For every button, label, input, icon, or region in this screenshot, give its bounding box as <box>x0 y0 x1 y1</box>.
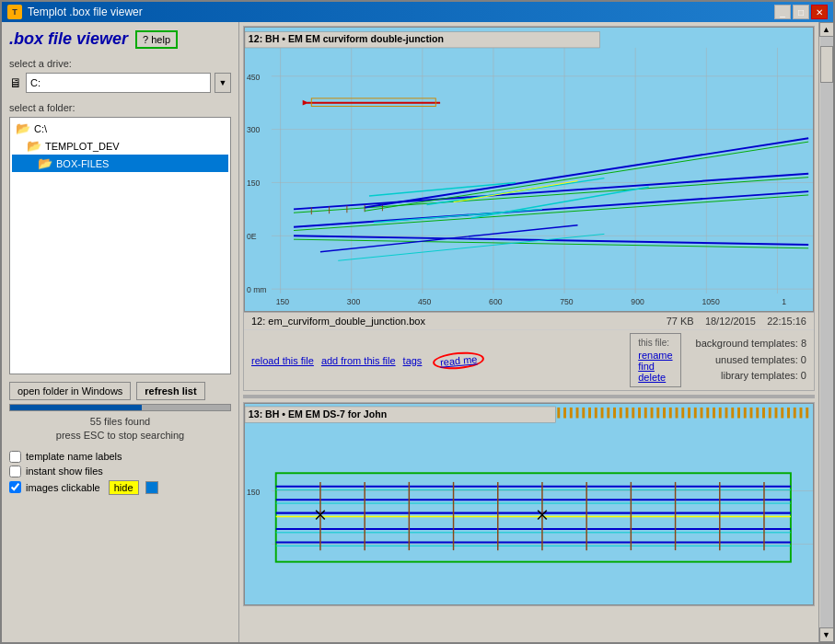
help-button[interactable]: ? help <box>135 30 178 49</box>
drive-icon: 🖥 <box>9 75 22 90</box>
svg-rect-91 <box>775 408 778 419</box>
file-actions-1: reload this file add from this file tags… <box>244 329 814 390</box>
svg-rect-74 <box>669 408 672 419</box>
bottom-buttons: open folder in Windows refresh list <box>9 382 231 400</box>
svg-rect-61 <box>588 408 591 419</box>
file-diagram-2[interactable]: 13: BH • EM EM DS-7 for John <box>244 403 814 605</box>
svg-text:600: 600 <box>489 298 503 307</box>
svg-rect-69 <box>638 408 641 419</box>
refresh-list-button[interactable]: refresh list <box>136 382 204 400</box>
checkbox-row-3: images clickable hide <box>9 480 231 495</box>
svg-rect-52 <box>245 407 813 602</box>
instant-show-label: instant show files <box>26 466 103 477</box>
folder-item-templot[interactable]: 📂 TEMPLOT_DEV <box>12 137 228 155</box>
scrollbar[interactable]: ▲ ▼ <box>818 22 833 642</box>
svg-text:12: BH • EM  EM curviform doub: 12: BH • EM EM curviform double-junction <box>249 33 444 44</box>
folder-item-c[interactable]: 📂 C:\ <box>12 120 228 137</box>
folder-item-boxfiles[interactable]: 📂 BOX-FILES <box>12 155 228 172</box>
app-icon: T <box>7 5 22 19</box>
folder-name-templot: TEMPLOT_DEV <box>45 141 120 152</box>
svg-rect-78 <box>694 408 697 419</box>
svg-rect-71 <box>651 408 654 419</box>
file-block-1: 12: BH • EM EM curviform double-junction <box>243 26 815 391</box>
scroll-down-arrow[interactable]: ▼ <box>819 627 834 642</box>
popup-label: this file: <box>638 338 672 348</box>
template-stats: background templates: 8 unused templates… <box>696 336 806 385</box>
rename-link[interactable]: rename <box>638 350 672 361</box>
svg-text:900: 900 <box>631 298 644 307</box>
maximize-button[interactable]: □ <box>793 5 809 19</box>
tags-link[interactable]: tags <box>403 355 423 366</box>
delete-link[interactable]: delete <box>638 372 672 383</box>
add-link[interactable]: add from this file <box>321 355 396 366</box>
svg-rect-88 <box>756 408 759 419</box>
app-title: .box file viewer <box>9 29 128 49</box>
folder-tree[interactable]: 📂 C:\ 📂 TEMPLOT_DEV 📂 BOX-FILES <box>9 117 231 374</box>
svg-rect-85 <box>737 408 740 419</box>
svg-rect-82 <box>719 408 722 419</box>
svg-text:150: 150 <box>247 488 261 497</box>
svg-rect-89 <box>762 408 765 419</box>
file-meta-1: 77 KB 18/12/2015 22:15:16 <box>667 316 806 327</box>
search-progress-bar <box>9 404 231 411</box>
file-name-1: 12: em_curviform_double_junction.box <box>251 316 425 327</box>
svg-text:1: 1 <box>782 298 786 307</box>
close-button[interactable]: ✕ <box>811 5 828 19</box>
svg-rect-87 <box>750 408 753 419</box>
folder-name-c: C:\ <box>34 123 47 134</box>
scroll-thumb[interactable] <box>820 46 833 83</box>
hide-button[interactable]: hide <box>109 480 139 495</box>
open-folder-button[interactable]: open folder in Windows <box>9 382 131 400</box>
folder-name-boxfiles: BOX-FILES <box>56 158 109 169</box>
svg-rect-67 <box>626 408 629 419</box>
app-header: .box file viewer ? help <box>9 29 231 49</box>
drive-label: select a drive: <box>9 58 231 69</box>
window-title: Templot .box file viewer <box>28 6 143 18</box>
scroll-up-arrow[interactable]: ▲ <box>819 22 834 37</box>
folder-label: select a folder: <box>9 102 231 113</box>
svg-rect-90 <box>769 408 771 419</box>
svg-rect-68 <box>632 408 634 419</box>
svg-rect-57 <box>563 408 566 419</box>
sidebar: .box file viewer ? help select a drive: … <box>2 22 239 642</box>
content-area[interactable]: 12: BH • EM EM curviform double-junction <box>239 22 818 642</box>
svg-text:750: 750 <box>560 298 574 307</box>
find-link[interactable]: find <box>638 361 672 372</box>
folder-open-icon: 📂 <box>16 121 30 135</box>
read-me-link[interactable]: read me <box>433 350 486 371</box>
title-bar: T Templot .box file viewer _ □ ✕ <box>2 2 833 22</box>
reload-link[interactable]: reload this file <box>251 355 314 366</box>
title-bar-left: T Templot .box file viewer <box>7 5 143 19</box>
svg-rect-76 <box>681 408 684 419</box>
svg-rect-83 <box>725 408 728 419</box>
drive-dropdown-arrow[interactable]: ▼ <box>215 73 231 93</box>
images-clickable-checkbox[interactable] <box>9 481 21 493</box>
stat-background: background templates: 8 <box>696 336 806 352</box>
svg-rect-80 <box>706 408 709 419</box>
svg-rect-59 <box>576 408 579 419</box>
status-text: 55 files found press ESC to stop searchi… <box>9 415 231 443</box>
svg-rect-73 <box>663 408 666 419</box>
folder-open-icon-3: 📂 <box>38 156 52 170</box>
scroll-track[interactable] <box>820 37 833 627</box>
checkbox-row-2: instant show files <box>9 466 231 477</box>
svg-rect-77 <box>688 408 690 419</box>
instant-show-checkbox[interactable] <box>9 466 21 477</box>
svg-rect-79 <box>701 408 703 419</box>
separator <box>243 395 815 398</box>
svg-text:450: 450 <box>418 298 432 307</box>
search-hint-text: press ESC to stop searching <box>9 429 231 443</box>
drive-select-input[interactable] <box>26 73 211 93</box>
svg-text:300: 300 <box>347 298 361 307</box>
template-labels-checkbox[interactable] <box>9 451 21 463</box>
svg-rect-75 <box>676 408 678 419</box>
file-time-1: 22:15:16 <box>767 316 806 327</box>
svg-rect-70 <box>644 408 647 419</box>
svg-rect-66 <box>620 408 622 419</box>
svg-rect-0 <box>245 32 813 307</box>
minimize-button[interactable]: _ <box>774 5 791 19</box>
svg-rect-72 <box>656 408 659 419</box>
svg-text:450: 450 <box>247 73 261 82</box>
file-diagram-1[interactable]: 12: BH • EM EM curviform double-junction <box>244 27 814 312</box>
svg-rect-63 <box>601 408 604 419</box>
